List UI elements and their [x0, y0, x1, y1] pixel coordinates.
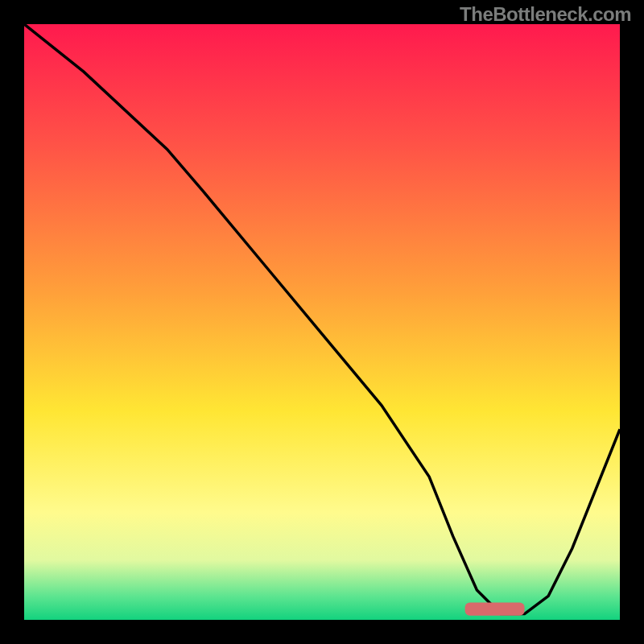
chart-optimal-marker: [465, 603, 525, 616]
watermark-text: TheBottleneck.com: [460, 3, 631, 26]
chart-plot-area: [24, 24, 620, 620]
chart-background: [24, 24, 620, 620]
chart-svg: [24, 24, 620, 620]
